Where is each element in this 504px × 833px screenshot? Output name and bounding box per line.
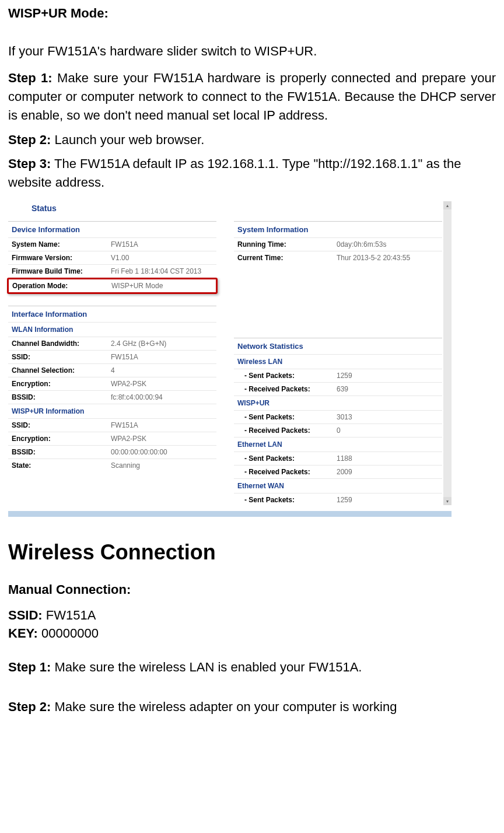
row-label: - Received Packets: (237, 426, 337, 435)
table-row: Firmware Version: V1.00 (8, 251, 216, 264)
table-row: - Sent Packets:3013 (234, 410, 442, 424)
table-row: - Sent Packets:1259 (234, 369, 442, 382)
step3-text: The FW151A default IP as 192.168.1.1. Ty… (8, 156, 461, 190)
table-row: Running Time:0day:0h:6m:53s (234, 237, 442, 251)
table-row: - Received Packets:2009 (234, 465, 442, 478)
intro-text: If your FW151A's hardware slider switch … (8, 42, 496, 61)
row-value: FW151A (111, 240, 213, 249)
operation-mode-row-highlighted: Operation Mode: WISP+UR Mode (7, 278, 218, 294)
row-value: Fri Feb 1 18:14:04 CST 2013 (111, 267, 213, 275)
row-label: Encryption: (12, 435, 111, 443)
row-value: 3013 (337, 413, 439, 421)
device-info-header: Device Information (8, 222, 216, 237)
left-column: Device Information System Name: FW151A F… (8, 221, 216, 511)
row-label: - Received Packets: (237, 468, 337, 476)
network-stats-header: Network Statistics (234, 338, 442, 354)
row-value: fc:8f:c4:00:00:94 (111, 393, 213, 401)
ssid-line: SSID: FW151A (8, 607, 496, 625)
right-column: System Information Running Time:0day:0h:… (234, 221, 452, 511)
row-label: - Received Packets: (237, 385, 337, 393)
step-1: Step 1: Make sure your FW151A hardware i… (8, 69, 496, 125)
table-row: Current Time:Thur 2013-5-2 20:43:55 (234, 251, 442, 264)
wstep2-label: Step 2: (8, 699, 51, 714)
stats-group-header: WISP+UR (234, 396, 442, 410)
row-label: BSSID: (12, 448, 111, 456)
row-value: 0 (337, 426, 439, 435)
table-row: - Received Packets:639 (234, 382, 442, 396)
table-row: - Received Packets:0 (234, 424, 442, 437)
row-label: Firmware Version: (12, 254, 111, 262)
device-info-box: Device Information System Name: FW151A F… (8, 221, 216, 294)
row-value: FW151A (111, 421, 213, 429)
key-line: KEY: 00000000 (8, 625, 496, 643)
table-row: State:Scanning (8, 459, 216, 472)
wireless-connection-heading: Wireless Connection (8, 540, 496, 565)
row-value: 0day:0h:6m:53s (337, 240, 439, 249)
stats-group-header: Ethernet WAN (234, 478, 442, 493)
row-value: 00:00:00:00:00:00 (111, 448, 213, 456)
wstep2-text: Make sure the wireless adapter on your c… (51, 699, 397, 714)
wstep-1: Step 1: Make sure the wireless LAN is en… (8, 658, 496, 677)
table-row: - Sent Packets:1188 (234, 452, 442, 465)
key-label: KEY: (8, 626, 41, 640)
row-value: WISP+UR Mode (111, 282, 212, 290)
row-value: 2009 (337, 468, 439, 476)
row-label: Operation Mode: (12, 282, 111, 290)
row-value: Scanning (111, 461, 213, 470)
row-label: Channel Bandwidth: (12, 340, 111, 348)
interface-info-header: Interface Information (8, 306, 216, 322)
table-row: SSID:FW151A (8, 350, 216, 363)
row-value: WPA2-PSK (111, 435, 213, 443)
manual-connection-heading: Manual Connection: (8, 582, 496, 597)
stats-group-header: Wireless LAN (234, 354, 442, 369)
system-info-header: System Information (234, 222, 442, 237)
row-label: Firmware Build Time: (12, 267, 111, 275)
wstep1-label: Step 1: (8, 660, 51, 674)
key-value: 00000000 (41, 626, 99, 640)
row-label: Running Time: (237, 240, 337, 249)
scroll-down-icon[interactable]: ▾ (443, 497, 452, 505)
row-value: 1259 (337, 372, 439, 380)
row-label: - Sent Packets: (237, 413, 337, 421)
status-screenshot: ▴ ▾ Status Device Information System Nam… (8, 201, 452, 517)
table-row: SSID:FW151A (8, 418, 216, 432)
step1-label: Step 1: (8, 71, 52, 85)
ssid-label: SSID: (8, 608, 46, 622)
table-row: Encryption:WPA2-PSK (8, 432, 216, 445)
step-2: Step 2: Launch your web browser. (8, 131, 496, 149)
row-value: 2.4 GHz (B+G+N) (111, 340, 213, 348)
table-row: System Name: FW151A (8, 237, 216, 251)
row-label: - Sent Packets: (237, 454, 337, 463)
step1-text: Make sure your FW151A hardware is proper… (8, 71, 496, 123)
row-value: 1259 (337, 496, 439, 504)
row-value: 4 (111, 366, 213, 374)
table-row: Encryption:WPA2-PSK (8, 377, 216, 390)
row-label: SSID: (12, 353, 111, 361)
row-label: - Sent Packets: (237, 496, 337, 504)
status-title: Status (8, 201, 452, 221)
interface-info-box: Interface Information WLAN Information C… (8, 306, 216, 472)
wlan-info-header: WLAN Information (8, 322, 216, 337)
row-value: V1.00 (111, 254, 213, 262)
row-value: FW151A (111, 353, 213, 361)
row-value: 1188 (337, 454, 439, 463)
row-label: SSID: (12, 421, 111, 429)
row-label: Channel Selection: (12, 366, 111, 374)
table-row: Channel Bandwidth:2.4 GHz (B+G+N) (8, 337, 216, 350)
step-3: Step 3: The FW151A default IP as 192.168… (8, 155, 496, 192)
row-label: Encryption: (12, 380, 111, 388)
row-label: State: (12, 461, 111, 470)
vertical-scrollbar[interactable]: ▴ ▾ (443, 201, 452, 505)
wstep1-text: Make sure the wireless LAN is enabled yo… (51, 660, 362, 674)
row-label: Current Time: (237, 254, 337, 262)
step3-label: Step 3: (8, 156, 51, 171)
row-label: - Sent Packets: (237, 372, 337, 380)
table-row: Channel Selection:4 (8, 363, 216, 377)
step2-label: Step 2: (8, 132, 51, 147)
scroll-up-icon[interactable]: ▴ (443, 201, 452, 209)
network-stats-box: Network Statistics Wireless LAN - Sent P… (234, 338, 442, 506)
row-value: Thur 2013-5-2 20:43:55 (337, 254, 439, 262)
table-row: - Sent Packets:1259 (234, 493, 442, 506)
wstep-2: Step 2: Make sure the wireless adapter o… (8, 698, 496, 716)
table-row: BSSID:00:00:00:00:00:00 (8, 445, 216, 459)
